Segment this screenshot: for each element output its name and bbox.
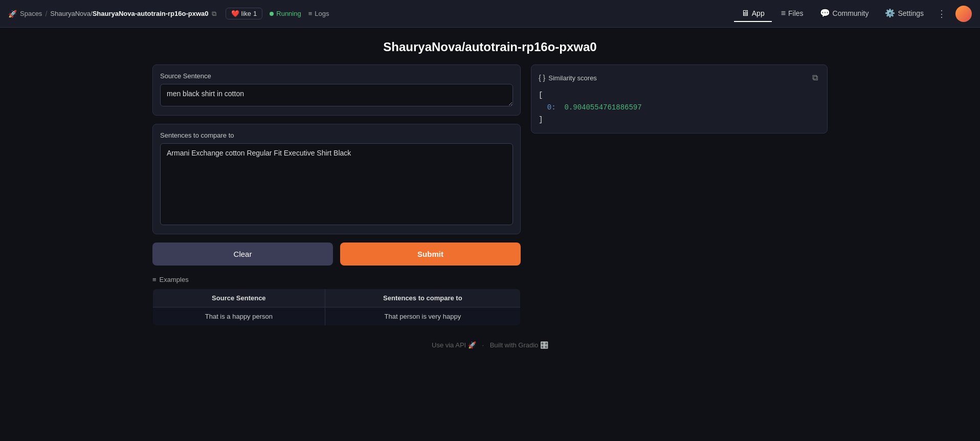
- footer-sep: ·: [482, 341, 484, 349]
- topnav-right: 🖥 App ≡ Files 💬 Community ⚙️ Settings ⋮: [734, 5, 972, 22]
- output-value-row: 0: 0.9040554761886597: [539, 102, 820, 114]
- tab-community[interactable]: 💬 Community: [813, 5, 876, 22]
- like-label: like: [241, 10, 252, 17]
- similarity-output: [ 0: 0.9040554761886597 ]: [539, 90, 820, 126]
- similarity-title-label: Similarity scores: [548, 74, 597, 82]
- settings-icon: ⚙️: [885, 8, 895, 18]
- files-icon: ≡: [781, 9, 786, 18]
- output-value: 0.9040554761886597: [564, 103, 641, 112]
- compare-sentences-input[interactable]: [160, 143, 513, 225]
- output-open-bracket: [: [539, 90, 820, 102]
- topnav-left: 🚀 Spaces / ShauryaNova/ShauryaNova-autot…: [8, 8, 730, 19]
- right-panel: { } Similarity scores ⧉ [ 0: 0.904055476…: [531, 64, 828, 326]
- similarity-header: { } Similarity scores ⧉: [539, 72, 820, 83]
- output-close-bracket: ]: [539, 114, 820, 126]
- examples-header: ≡ Examples: [152, 276, 521, 283]
- examples-header-row: Source Sentence Sentences to compare to: [153, 289, 521, 307]
- similarity-card: { } Similarity scores ⧉ [ 0: 0.904055476…: [531, 64, 828, 134]
- more-button[interactable]: ⋮: [933, 6, 950, 21]
- spaces-icon: 🚀: [8, 10, 17, 18]
- like-button[interactable]: ❤️ like 1: [226, 8, 263, 19]
- col-source-header: Source Sentence: [153, 289, 325, 307]
- community-icon: 💬: [820, 8, 830, 18]
- compare-sentences-group: Sentences to compare to: [152, 124, 521, 234]
- topnav: 🚀 Spaces / ShauryaNova/ShauryaNova-autot…: [0, 0, 980, 28]
- nav-sep1: /: [45, 10, 47, 18]
- col-compare-header: Sentences to compare to: [325, 289, 520, 307]
- tab-app[interactable]: 🖥 App: [734, 6, 772, 22]
- repo-path: ShauryaNova/ShauryaNova-autotrain-rp16o-…: [50, 10, 208, 17]
- clear-button[interactable]: Clear: [152, 242, 333, 266]
- page-title-section: ShauryaNova/autotrain-rp16o-pxwa0: [0, 28, 980, 64]
- tab-app-label: App: [752, 9, 765, 17]
- repo-user: ShauryaNova: [50, 10, 91, 17]
- examples-icon: ≡: [152, 276, 157, 283]
- heart-icon: ❤️: [231, 10, 239, 17]
- source-label: Source Sentence: [160, 72, 513, 80]
- example-compare-cell[interactable]: That person is very happy: [325, 307, 520, 326]
- example-source-cell[interactable]: That is a happy person: [153, 307, 325, 326]
- user-avatar[interactable]: [955, 6, 972, 22]
- gradio-icon: 🎛️: [540, 341, 548, 349]
- page-title: ShauryaNova/autotrain-rp16o-pxwa0: [0, 40, 980, 54]
- left-panel: Source Sentence Sentences to compare to …: [152, 64, 521, 326]
- copy-repo-icon[interactable]: ⧉: [212, 10, 216, 18]
- source-sentence-input[interactable]: [160, 84, 513, 106]
- logs-button[interactable]: ≡ Logs: [308, 10, 329, 17]
- examples-table: Source Sentence Sentences to compare to …: [152, 289, 521, 326]
- running-dot-icon: [270, 12, 274, 16]
- api-label: Use via API: [432, 341, 466, 349]
- logs-icon: ≡: [308, 10, 313, 17]
- tab-files[interactable]: ≡ Files: [774, 6, 811, 22]
- copy-output-button[interactable]: ⧉: [810, 72, 820, 83]
- running-status: Running: [270, 10, 301, 17]
- examples-tbody: That is a happy person That person is ve…: [153, 307, 521, 326]
- button-row: Clear Submit: [152, 242, 521, 266]
- submit-button[interactable]: Submit: [340, 242, 521, 266]
- built-label: Built with Gradio: [490, 341, 539, 349]
- main-content: Source Sentence Sentences to compare to …: [132, 64, 848, 326]
- running-label: Running: [276, 10, 301, 17]
- examples-thead: Source Sentence Sentences to compare to: [153, 289, 521, 307]
- source-sentence-group: Source Sentence: [152, 64, 521, 116]
- code-braces-icon: { }: [539, 74, 545, 82]
- footer: Use via API 🚀 · Built with Gradio 🎛️: [0, 326, 980, 359]
- tab-settings-label: Settings: [898, 9, 924, 17]
- tab-files-label: Files: [788, 9, 804, 17]
- examples-section: ≡ Examples Source Sentence Sentences to …: [152, 276, 521, 326]
- spaces-label[interactable]: Spaces: [20, 10, 42, 17]
- logs-label: Logs: [315, 10, 329, 17]
- compare-label: Sentences to compare to: [160, 131, 513, 139]
- examples-label: Examples: [160, 276, 189, 283]
- repo-name: ShauryaNova-autotrain-rp16o-pxwa0: [93, 10, 209, 17]
- like-count: 1: [253, 10, 257, 17]
- similarity-title-row: { } Similarity scores: [539, 74, 597, 82]
- table-row[interactable]: That is a happy person That person is ve…: [153, 307, 521, 326]
- output-index: 0:: [547, 103, 556, 112]
- tab-community-label: Community: [833, 9, 869, 17]
- app-icon: 🖥: [741, 9, 749, 18]
- tab-settings[interactable]: ⚙️ Settings: [878, 5, 931, 22]
- api-rocket-icon: 🚀: [468, 341, 476, 349]
